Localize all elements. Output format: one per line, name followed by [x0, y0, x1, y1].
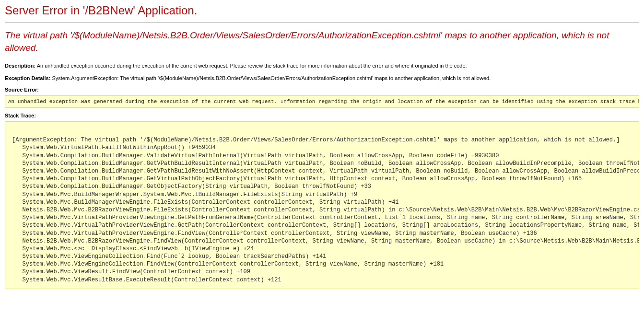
description-label: Description:	[5, 63, 35, 69]
page-title: Server Error in '/B2BNew' Application.	[5, 4, 639, 20]
exception-line: Exception Details: System.ArgumentExcept…	[5, 75, 639, 82]
source-error-label: Source Error:	[5, 87, 639, 93]
stack-trace-label: Stack Trace:	[5, 113, 639, 118]
source-error-box: An unhandled exception was generated dur…	[5, 95, 639, 108]
error-message: The virtual path '/$(ModuleName)/Netsis.…	[5, 29, 639, 54]
stack-trace-box: [ArgumentException: The virtual path '/$…	[5, 121, 639, 289]
exception-label: Exception Details:	[5, 75, 50, 81]
header-divider	[5, 22, 639, 23]
exception-text: System.ArgumentException: The virtual pa…	[52, 75, 491, 81]
description-line: Description: An unhandled exception occu…	[5, 62, 639, 70]
description-text: An unhandled exception occurred during t…	[37, 63, 467, 69]
